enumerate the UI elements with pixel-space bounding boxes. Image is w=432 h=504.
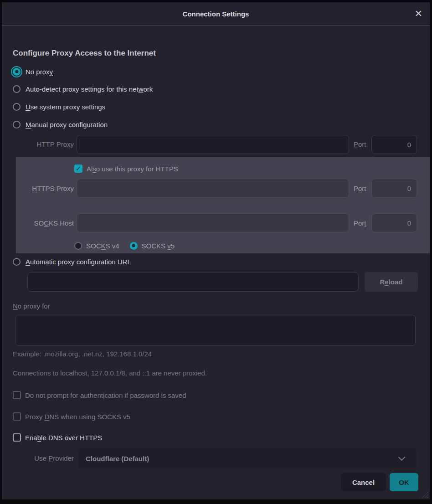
radio-auto-detect[interactable] xyxy=(13,85,21,93)
also-https-label: Also use this proxy for HTTPS xyxy=(87,165,178,173)
radio-manual-proxy-label: Manual proxy configuration xyxy=(26,121,108,129)
http-proxy-label: HTTP Proxy xyxy=(13,140,74,148)
radio-no-proxy[interactable] xyxy=(13,68,21,76)
https-port-label: Port xyxy=(354,185,366,192)
radio-row-manual-proxy[interactable]: Manual proxy configuration xyxy=(13,118,108,130)
radio-row-auto-url[interactable]: Automatic proxy configuration URL xyxy=(13,256,131,267)
close-icon[interactable]: ✕ xyxy=(414,9,422,19)
resize-grip[interactable] xyxy=(422,491,428,498)
reload-button[interactable]: Reload xyxy=(365,272,418,292)
connection-settings-dialog: Connection Settings ✕ Configure Proxy Ac… xyxy=(2,2,430,499)
radio-auto-detect-label: Auto-detect proxy settings for this netw… xyxy=(26,85,153,93)
cancel-button[interactable]: Cancel xyxy=(341,473,386,491)
doh-checkbox[interactable] xyxy=(13,433,21,442)
radio-row-system-proxy[interactable]: Use system proxy settings xyxy=(13,101,105,113)
no-proxy-for-textarea[interactable] xyxy=(15,315,416,346)
radio-auto-url-label: Automatic proxy configuration URL xyxy=(26,258,131,266)
radio-row-no-proxy[interactable]: No proxy xyxy=(13,66,53,77)
chevron-down-icon xyxy=(398,454,406,461)
socks-port-label: Port xyxy=(354,219,366,227)
radio-socks-v5[interactable] xyxy=(130,242,138,250)
proxy-dns-row[interactable]: Proxy DNS when using SOCKS v5 xyxy=(13,411,130,422)
localhost-note-text: Connections to localhost, 127.0.0.1/8, a… xyxy=(13,369,207,377)
no-prompt-auth-label: Do not prompt for authentication if pass… xyxy=(25,391,186,399)
radio-system-proxy[interactable] xyxy=(13,103,21,111)
doh-row[interactable]: Enable DNS over HTTPS xyxy=(13,432,102,443)
http-port-label: Port xyxy=(354,140,366,148)
also-https-checkbox[interactable]: ✓ xyxy=(74,165,82,173)
proxy-dns-label: Proxy DNS when using SOCKS v5 xyxy=(25,413,130,421)
provider-select[interactable]: Cloudflare (Default) xyxy=(78,448,416,468)
socks-host-label: SOCKS Host xyxy=(13,219,74,227)
no-proxy-for-label: No proxy for xyxy=(13,302,50,310)
radio-no-proxy-label: No proxy xyxy=(26,68,53,76)
https-proxy-label: HTTPS Proxy xyxy=(13,185,74,192)
socks-v4-row[interactable]: SOCKS v4 SOCKS v5 xyxy=(74,240,175,252)
https-proxy-input[interactable] xyxy=(77,179,349,198)
provider-label: Use Provider xyxy=(13,454,74,462)
http-proxy-input[interactable] xyxy=(77,135,349,154)
radio-socks-v4[interactable] xyxy=(74,242,82,250)
provider-selected-value: Cloudflare (Default) xyxy=(86,455,149,463)
no-prompt-auth-row[interactable]: Do not prompt for authentication if pass… xyxy=(13,389,186,401)
https-port-input[interactable] xyxy=(371,179,417,198)
proxy-dns-checkbox[interactable] xyxy=(13,412,21,421)
radio-socks-v5-label: SOCKS v5 xyxy=(142,242,175,250)
ok-button[interactable]: OK xyxy=(390,473,418,491)
radio-manual-proxy[interactable] xyxy=(13,121,21,129)
radio-row-auto-detect[interactable]: Auto-detect proxy settings for this netw… xyxy=(13,83,153,95)
http-port-input[interactable] xyxy=(371,135,417,154)
dialog-title: Connection Settings xyxy=(183,10,249,18)
radio-auto-url[interactable] xyxy=(13,258,21,266)
no-proxy-example-text: Example: .mozilla.org, .net.nz, 192.168.… xyxy=(13,350,152,358)
socks-host-input[interactable] xyxy=(77,213,349,232)
radio-system-proxy-label: Use system proxy settings xyxy=(26,103,105,111)
radio-socks-v4-label: SOCKS v4 xyxy=(86,242,119,250)
doh-label: Enable DNS over HTTPS xyxy=(25,434,102,442)
page-title: Configure Proxy Access to the Internet xyxy=(13,49,156,58)
no-prompt-auth-checkbox[interactable] xyxy=(13,391,21,399)
titlebar: Connection Settings ✕ xyxy=(2,2,430,26)
auto-url-input[interactable] xyxy=(27,272,359,292)
socks-port-input[interactable] xyxy=(371,213,417,232)
also-https-row[interactable]: ✓ Also use this proxy for HTTPS xyxy=(74,163,178,175)
